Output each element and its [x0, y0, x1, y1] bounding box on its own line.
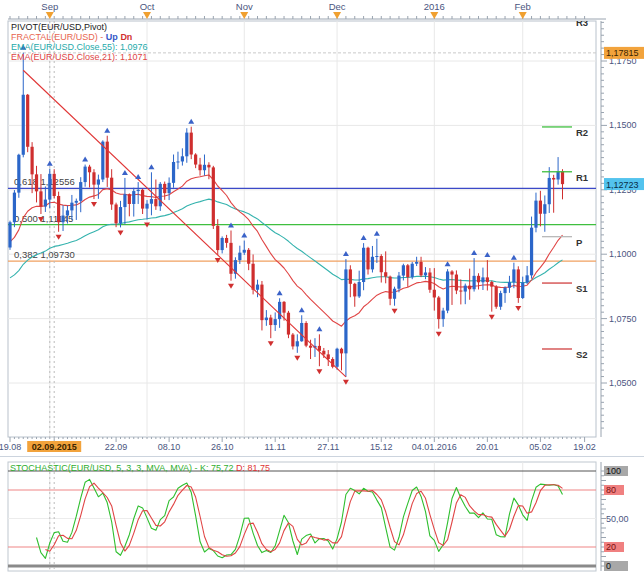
candle-body [384, 272, 387, 276]
candle-body [534, 201, 537, 228]
legend-ema21: EMA(EUR/USD.Close,21): 1,1071 [11, 52, 148, 62]
candle-body [66, 210, 69, 215]
candle-body [141, 190, 144, 209]
candle-body [495, 287, 498, 307]
candle-body [419, 262, 422, 275]
candle-body [88, 167, 91, 173]
candle-body [415, 262, 418, 264]
x-axis-label: 22.09 [105, 442, 128, 452]
pivot-label-S1: S1 [576, 283, 588, 294]
candle-body [163, 184, 166, 193]
candle-body [106, 142, 109, 178]
y-axis-label: 1,1000 [609, 249, 637, 259]
month-label: Feb [515, 1, 531, 12]
stoch-axis-label: 80 [606, 485, 616, 495]
candle-body [168, 183, 171, 193]
candle-body [411, 264, 414, 277]
candle-body [212, 167, 215, 225]
candle-body [300, 323, 303, 341]
candle-body [561, 171, 564, 184]
x-axis-label: 04.01.2016 [412, 442, 457, 452]
month-marker-icon [519, 12, 527, 19]
candle-body [256, 285, 259, 290]
candle-body [8, 222, 11, 247]
candle-body [393, 289, 396, 299]
candle-body [424, 272, 427, 275]
candle-body [282, 302, 285, 313]
candle-body [114, 204, 117, 223]
month-label: Sep [41, 1, 58, 12]
x-axis-label: 27.11 [317, 442, 339, 452]
legend-fractal-up: Up [106, 32, 118, 42]
stoch-axis-label: 100 [606, 466, 621, 476]
candle-body [521, 283, 524, 298]
candle-body [481, 277, 484, 282]
candle-body [190, 133, 193, 155]
candle-body [119, 207, 122, 223]
x-axis-label: 19.02 [573, 442, 596, 452]
month-marker-icon [333, 12, 341, 19]
candle-body [543, 204, 546, 214]
stoch-border [8, 462, 596, 571]
candle-body [503, 288, 506, 293]
x-axis-label: 05.02 [529, 442, 552, 452]
candle-body [252, 264, 255, 290]
candle-body [552, 178, 555, 180]
x-axis-label: 20.01 [476, 442, 499, 452]
candle-body [35, 174, 38, 191]
candle-body [402, 265, 405, 275]
x-axis-label: 11.11 [265, 442, 286, 452]
candle-body [181, 156, 184, 161]
legend-fractal: FRACTAL(EUR/USD) - Up Dn [11, 32, 148, 42]
candle-body [322, 351, 325, 355]
candle-body [468, 286, 471, 290]
candle-body [344, 269, 347, 353]
trading-chart-window: 0,618 1,125560,500 1,111450,382 1,09730R… [0, 0, 644, 574]
pivot-label-R2: R2 [576, 127, 588, 138]
candle-body [194, 155, 197, 165]
x-axis-label: 26.10 [211, 442, 234, 452]
candle-body [48, 174, 51, 200]
stochastic-chart-canvas[interactable]: 1008050,00200 [0, 456, 644, 574]
candle-body [145, 204, 148, 209]
candle-body [473, 276, 476, 289]
pivot-label-S2: S2 [576, 349, 588, 360]
candle-body [97, 179, 100, 184]
candle-body [305, 323, 308, 346]
month-label: 2016 [424, 1, 445, 12]
candle-body [464, 286, 467, 292]
candle-body [428, 272, 431, 289]
stoch-axis-label: 20 [606, 542, 616, 552]
candle-body [79, 182, 82, 201]
candle-body [17, 155, 20, 193]
legend-pivot: PIVOT(EUR/USD,Pivot) [11, 22, 148, 32]
candle-body [477, 276, 480, 282]
price-chart-canvas[interactable]: 0,618 1,125560,500 1,111450,382 1,09730R… [0, 0, 644, 456]
candle-body [490, 282, 493, 287]
candle-body [154, 199, 157, 206]
candle-body [150, 199, 153, 204]
month-label: Nov [236, 1, 253, 12]
candle-body [221, 238, 224, 250]
candle-body [57, 196, 60, 222]
high_badge-text: 1,17815 [606, 48, 639, 58]
candle-body [309, 346, 312, 348]
candle-body [176, 161, 179, 162]
candle-body [243, 250, 246, 253]
candle-body [260, 285, 263, 321]
month-label: Oct [140, 1, 155, 12]
candle-body [216, 226, 219, 250]
stochastic-legend-k: STOCHASTIC(EUR/USD, 5, 3, 3, MVA, MVA) -… [10, 463, 234, 473]
candle-body [375, 256, 378, 257]
price_badge-text: 1,12723 [606, 180, 639, 190]
candle-body [132, 191, 135, 204]
candle-body [265, 318, 268, 321]
candle-body [526, 275, 529, 282]
candle-body [39, 191, 42, 206]
candle-body [335, 349, 338, 367]
candle-body [450, 271, 453, 274]
candle-body [296, 341, 299, 346]
stoch-axis-label: 0 [606, 561, 611, 571]
legend-ema55: EMA(EUR/USD.Close,55): 1,0976 [11, 42, 148, 52]
fib-label: 0,382 1,09730 [14, 249, 75, 260]
